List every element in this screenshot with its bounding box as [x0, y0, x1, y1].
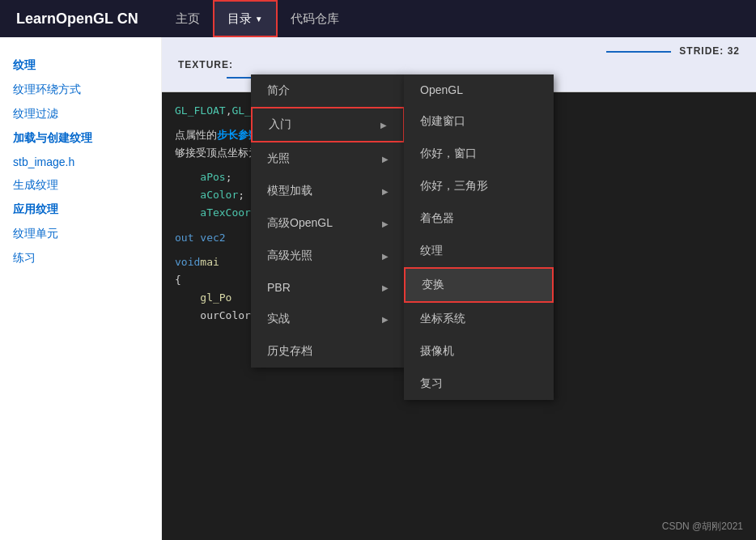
- sidebar-item-7[interactable]: 纹理单元: [13, 222, 148, 246]
- menu-item-jianjie[interactable]: 简介: [251, 74, 405, 107]
- submenu-arrow-icon-7: ▶: [382, 315, 389, 324]
- sub-item-zhuoseqi[interactable]: 着色器: [404, 202, 554, 235]
- sidebar-item-3[interactable]: 加载与创建纹理: [13, 126, 148, 151]
- nav-toc[interactable]: 目录 ▼: [213, 0, 278, 37]
- site-brand: LearnOpenGL CN: [16, 11, 138, 28]
- sub-item-opengl[interactable]: OpenGL: [404, 74, 554, 105]
- menu-item-guangzhao[interactable]: 光照 ▶: [251, 142, 405, 175]
- sub-item-wenli[interactable]: 纹理: [404, 235, 554, 267]
- submenu-arrow-icon-2: ▶: [382, 155, 389, 164]
- main-layout: 纹理 纹理环绕方式 纹理过滤 加载与创建纹理 stb_image.h 生成纹理 …: [0, 37, 756, 540]
- sidebar-item-8[interactable]: 练习: [13, 246, 148, 270]
- menu-item-pbr[interactable]: PBR ▶: [251, 272, 405, 303]
- menu-item-gaoji-opengl[interactable]: 高级OpenGL ▶: [251, 207, 405, 240]
- nav-repo[interactable]: 代码仓库: [278, 0, 352, 37]
- watermark: CSDN @胡刚2021: [662, 520, 743, 534]
- navbar: LearnOpenGL CN 主页 目录 ▼ 代码仓库: [0, 0, 756, 37]
- submenu-arrow-icon-6: ▶: [382, 283, 389, 292]
- menu-item-shizhan[interactable]: 实战 ▶: [251, 303, 405, 335]
- sidebar-item-1[interactable]: 纹理环绕方式: [13, 78, 148, 102]
- sub-item-zuobiaoxi[interactable]: 坐标系统: [404, 303, 554, 335]
- nav-home[interactable]: 主页: [163, 0, 213, 37]
- submenu-arrow-icon-3: ▶: [382, 187, 389, 196]
- sub-item-shexiangji[interactable]: 摄像机: [404, 335, 554, 368]
- menu-item-moxing[interactable]: 模型加载 ▶: [251, 175, 405, 207]
- menu-item-rumen[interactable]: 入门 ▶: [251, 107, 405, 142]
- texture-label: TEXTURE:: [178, 59, 233, 70]
- sidebar-item-6[interactable]: 应用纹理: [13, 198, 148, 222]
- sub-item-fuxi[interactable]: 复习: [404, 368, 554, 400]
- toc-arrow-icon: ▼: [255, 15, 263, 23]
- sidebar-item-0[interactable]: 纹理: [13, 53, 148, 78]
- menu-item-lishi[interactable]: 历史存档: [251, 335, 405, 368]
- stride-label: STRIDE: 32: [606, 45, 740, 57]
- sidebar-item-5[interactable]: 生成纹理: [13, 173, 148, 198]
- sub-item-nihao-sanjiaoxing[interactable]: 你好，三角形: [404, 170, 554, 202]
- sidebar-item-2[interactable]: 纹理过滤: [13, 102, 148, 126]
- dropdown-main-menu: 简介 入门 ▶ 光照 ▶ 模型加载 ▶ 高级OpenGL ▶: [251, 74, 405, 368]
- sub-item-bianhuan[interactable]: 变换: [404, 267, 554, 303]
- sub-item-nihao-chuangkou[interactable]: 你好，窗口: [404, 138, 554, 170]
- menu-item-gaoji-guangzhao[interactable]: 高级光照 ▶: [251, 240, 405, 272]
- sidebar-item-4[interactable]: stb_image.h: [13, 151, 148, 173]
- sub-item-chuangjianchuangkou[interactable]: 创建窗口: [404, 105, 554, 138]
- dropdown-sub-menu: OpenGL 创建窗口 你好，窗口 你好，三角形 着色器 纹理: [404, 74, 554, 400]
- submenu-arrow-icon-5: ▶: [382, 252, 389, 261]
- sidebar: 纹理 纹理环绕方式 纹理过滤 加载与创建纹理 stb_image.h 生成纹理 …: [0, 37, 162, 540]
- submenu-arrow-icon: ▶: [380, 121, 387, 130]
- submenu-arrow-icon-4: ▶: [382, 219, 389, 228]
